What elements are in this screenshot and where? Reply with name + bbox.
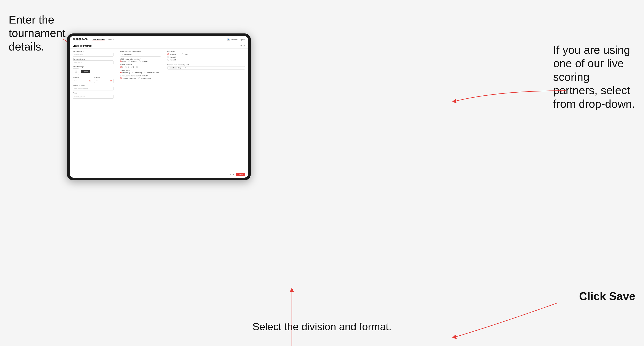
rounds-1[interactable]: 1 [120, 66, 123, 68]
back-button[interactable]: Back [240, 45, 245, 47]
annotation-bottom-right: Click Save [579, 289, 635, 303]
name-group: Tournament name [73, 58, 114, 64]
host-label: Tournament Host [73, 51, 114, 52]
teams-teams-radio[interactable] [120, 77, 122, 79]
annotation-bottom-center: Select the division and format. [252, 321, 392, 333]
format-other[interactable]: Other [182, 53, 188, 55]
end-date-group: End date Pick a date 📅 [94, 77, 114, 83]
format-other-radio[interactable] [182, 53, 183, 55]
format-6count5-radio[interactable] [167, 59, 169, 61]
rounds-4[interactable]: 4 [136, 66, 140, 68]
scoring-medal[interactable]: Medal Match Play [144, 72, 159, 73]
live-scoring-value: Leaderboard King [168, 67, 181, 69]
name-input[interactable] [73, 60, 114, 64]
nav-tournaments[interactable]: TOURNAMENTS [92, 38, 105, 41]
division-label: Which division is the event for? [120, 51, 161, 52]
rounds-4-radio[interactable] [136, 66, 138, 68]
navbar: SCOREBOARD Powered by clippi TOURNAMENTS… [70, 36, 248, 43]
format-6count4-radio[interactable] [167, 56, 169, 58]
gender-combined[interactable]: Combined [139, 60, 148, 62]
start-date-label: Start date [73, 77, 92, 78]
form-col-mid: Which division is the event for? NCAA Di… [117, 51, 164, 169]
gender-womens[interactable]: Womens [128, 60, 137, 62]
page-header: Create Tournament Back [70, 43, 248, 49]
scoring-label: Scoring system [120, 69, 161, 71]
rounds-label: Number of rounds [120, 64, 161, 65]
logo-placeholder: 🖼 [73, 68, 79, 75]
logo-group: Tournament logo 🖼 Upload [73, 66, 114, 75]
host-input[interactable] [73, 53, 114, 57]
gender-mens[interactable]: Mens [120, 60, 126, 62]
user-label: Test User | [231, 39, 238, 40]
division-select[interactable]: NCAA Division I [120, 53, 161, 57]
rounds-3-radio[interactable] [131, 66, 132, 68]
scoring-medal-radio[interactable] [144, 72, 146, 73]
brand-sub: Powered by clippi [73, 40, 88, 41]
signout-link[interactable]: Sign out [240, 39, 245, 40]
sponsor-group: Sponsor (optional) [73, 85, 114, 90]
form-col-left: Tournament Host Tournament name Tourname… [73, 51, 114, 169]
cancel-button[interactable]: Cancel [229, 173, 234, 175]
format-row-3: 6 count 5 [167, 59, 245, 61]
teams-individuals-radio[interactable] [138, 77, 140, 79]
rounds-radio-group: 1 2 3 4 [120, 66, 161, 68]
format-row-2: 6 count 4 [167, 56, 245, 58]
user-avatar: 👤 [227, 38, 230, 41]
sponsor-input[interactable] [73, 87, 114, 90]
scoring-stroke-radio[interactable] [120, 72, 122, 73]
upload-button[interactable]: Upload [81, 70, 90, 73]
start-date-group: Start date Pick a date 📅 [73, 77, 92, 83]
page-title: Create Tournament [73, 45, 92, 47]
live-scoring-label: Use third-party live scoring API? [167, 64, 245, 66]
tablet-frame: SCOREBOARD Powered by clippi TOURNAMENTS… [67, 33, 251, 180]
form-area: Tournament Host Tournament name Tourname… [70, 49, 248, 171]
scoring-stroke[interactable]: Stroke Play [120, 72, 130, 73]
scoring-group: Scoring system Stroke Play Match Play [120, 69, 161, 73]
tablet-screen: SCOREBOARD Powered by clippi TOURNAMENTS… [70, 36, 248, 178]
end-date-input[interactable]: Pick a date 📅 [94, 79, 114, 83]
format-6count5[interactable]: 6 count 5 [167, 59, 176, 61]
start-date-input[interactable]: Pick a date 📅 [73, 79, 92, 83]
venue-group: Venue [73, 92, 114, 99]
teams-radio-group: Teams (+Individuals) Individuals Only [120, 77, 161, 79]
end-date-label: End date [94, 77, 114, 78]
rounds-3[interactable]: 3 [131, 66, 134, 68]
sponsor-label: Sponsor (optional) [73, 85, 114, 86]
format-other-area: Other [182, 53, 188, 55]
rounds-2-radio[interactable] [126, 66, 127, 68]
rounds-1-radio[interactable] [120, 66, 122, 68]
calendar-icon-end: 📅 [110, 80, 112, 82]
format-6count4[interactable]: 6 count 4 [167, 56, 176, 58]
name-label: Tournament name [73, 58, 114, 60]
host-group: Tournament Host [73, 51, 114, 57]
scoring-radio-group: Stroke Play Match Play Medal Match Play [120, 72, 161, 73]
form-col-right: Format type 5 count 4 Other [167, 51, 245, 169]
scoring-match[interactable]: Match Play [132, 72, 142, 73]
live-scoring-remove[interactable]: ✕ [185, 67, 186, 69]
calendar-icon: 📅 [88, 80, 90, 82]
brand: SCOREBOARD Powered by clippi [73, 38, 88, 41]
format-5count4-radio[interactable] [167, 53, 169, 55]
division-group: Which division is the event for? NCAA Di… [120, 51, 161, 57]
navbar-nav: TOURNAMENTS TEAMS [92, 38, 227, 41]
logo-upload-area: 🖼 Upload [73, 68, 114, 75]
gender-mens-radio[interactable] [120, 60, 122, 62]
nav-teams[interactable]: TEAMS [108, 38, 114, 41]
teams-group: Is this event for Teams and/or Individua… [120, 75, 161, 79]
teams-individuals[interactable]: Individuals Only [138, 77, 151, 79]
gender-radio-group: Mens Womens Combined [120, 60, 161, 62]
scoring-match-radio[interactable] [132, 72, 134, 73]
format-type-group: Format type 5 count 4 Other [167, 51, 245, 61]
rounds-2[interactable]: 2 [126, 66, 129, 68]
gender-group: Which gender is the event for? Mens Wome… [120, 58, 161, 62]
format-5count4[interactable]: 5 count 4 [167, 53, 176, 55]
annotation-top-right: If you are using one of our live scoring… [553, 43, 635, 111]
teams-teams[interactable]: Teams (+Individuals) [120, 77, 136, 79]
gender-womens-radio[interactable] [128, 60, 130, 62]
arrow-bottom-center [0, 173, 644, 346]
save-button[interactable]: Save [236, 173, 245, 176]
gender-combined-radio[interactable] [139, 60, 140, 62]
venue-select-wrapper [73, 94, 114, 99]
venue-input[interactable] [73, 95, 114, 99]
form-footer: Cancel Save [70, 171, 248, 178]
